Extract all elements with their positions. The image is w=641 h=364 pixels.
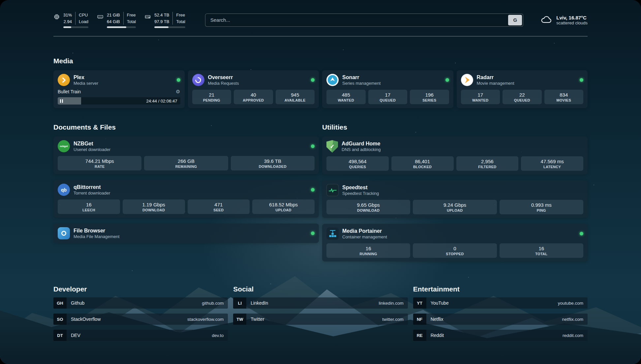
playback-progress-bar[interactable]: 24:44 / 02:06:47 <box>58 97 180 105</box>
app-subtitle: Movie management <box>477 81 514 86</box>
stat-upload: 9.24 GbpsUPLOAD <box>413 200 497 214</box>
section-documents: Documents & Files nzbget NZBGet Usenet d… <box>53 123 319 261</box>
app-card-plex[interactable]: Plex Media server Bullet Train ⚙ <box>53 70 185 108</box>
stat-available: 945AVAILABLE <box>276 90 315 104</box>
memory-total: 64 GiB <box>107 18 120 25</box>
section-title-utilities: Utilities <box>322 123 588 131</box>
playback-time: 24:44 / 02:06:47 <box>146 99 177 104</box>
youtube-badge-icon: YT <box>413 297 426 309</box>
storage-total: 97.9 TB <box>154 18 169 25</box>
stat-pending: 21PENDING <box>192 90 231 104</box>
nzbget-icon: nzbget <box>58 140 70 152</box>
stat-seed: 471SEED <box>188 199 250 214</box>
weather-widget: Lviv, 16.87°C scattered clouds <box>540 15 588 26</box>
stat-download: 9.65 GbpsDOWNLOAD <box>326 200 410 214</box>
reddit-badge-icon: RE <box>413 330 426 341</box>
storage-label-bottom: Total <box>176 18 185 25</box>
app-card-portainer[interactable]: Media Portainer Container management 16R… <box>322 224 588 261</box>
app-card-adguard[interactable]: ✓ AdGuard Home DNS and adblocking 498,56… <box>322 136 588 174</box>
app-card-nzbget[interactable]: nzbget NZBGet Usenet downloader 744.21 M… <box>53 136 319 174</box>
status-dot <box>311 188 315 192</box>
search-input[interactable] <box>206 17 508 23</box>
stat-queries: 498,564QUERIES <box>326 156 389 171</box>
netflix-badge-icon: NF <box>413 314 426 325</box>
cpu-load: 2.94 <box>64 18 72 25</box>
app-subtitle: Torrent downloader <box>74 191 110 196</box>
memory-icon <box>97 14 104 21</box>
app-subtitle: Media File Management <box>74 234 119 239</box>
link-linkedin[interactable]: LI LinkedIn linkedin.com <box>233 297 408 309</box>
filebrowser-icon <box>58 227 70 239</box>
linkedin-badge-icon: LI <box>233 297 246 309</box>
plex-icon <box>58 74 70 86</box>
link-twitter[interactable]: TW Twitter twitter.com <box>233 314 408 325</box>
app-title: File Browser <box>74 228 119 234</box>
portainer-icon <box>326 228 339 240</box>
stat-queued: 17QUEUED <box>368 90 408 104</box>
speedtest-icon <box>326 184 339 196</box>
memory-free: 21 GiB <box>107 12 120 18</box>
stat-wanted: 485WANTED <box>326 90 366 104</box>
storage-metric: 52.4 TB 97.9 TB Free Total <box>144 12 185 28</box>
stat-stopped: 0STOPPED <box>413 243 497 258</box>
weather-condition: scattered clouds <box>556 20 588 25</box>
storage-label-top: Free <box>176 12 185 18</box>
stat-leech: 16LEECH <box>58 199 120 214</box>
overseerr-icon <box>192 74 204 86</box>
search-bar: G <box>205 14 523 27</box>
link-dev[interactable]: DT DEV dev.to <box>53 330 228 341</box>
adguard-icon: ✓ <box>326 140 338 153</box>
app-card-radarr[interactable]: Radarr Movie management 17WANTED 22QUEUE… <box>457 70 588 108</box>
stat-running: 16RUNNING <box>326 243 410 258</box>
github-badge-icon: GH <box>53 297 67 309</box>
now-playing-title: Bullet Train <box>58 89 81 94</box>
stat-upload: 618.52 MbpsUPLOAD <box>252 199 315 214</box>
memory-metric: 21 GiB 64 GiB Free Total <box>97 12 136 28</box>
section-title-social: Social <box>233 285 408 293</box>
cpu-progress <box>63 26 88 28</box>
radarr-icon <box>461 74 473 86</box>
link-netflix[interactable]: NF Netflix netflix.com <box>413 314 588 325</box>
status-dot <box>311 144 315 148</box>
dev-badge-icon: DT <box>53 330 67 341</box>
link-youtube[interactable]: YT YouTube youtube.com <box>413 297 588 309</box>
storage-progress <box>154 26 185 28</box>
app-subtitle: Media server <box>74 81 98 86</box>
app-title: Media Portainer <box>342 228 387 234</box>
app-title: AdGuard Home <box>342 141 381 147</box>
stat-downloaded: 39.6 TBDOWNLOADED <box>231 156 315 170</box>
app-card-overseerr[interactable]: Overseerr Media Requests 21PENDING 40APP… <box>188 70 319 108</box>
app-title: Radarr <box>477 75 514 80</box>
search-engine-button[interactable]: G <box>508 15 522 25</box>
section-utilities: Utilities ✓ AdGuard Home DNS and adblock… <box>322 123 588 261</box>
stat-remaining: 266 GBREMAINING <box>144 156 228 170</box>
gear-icon[interactable]: ⚙ <box>176 89 180 95</box>
stat-queued: 22QUEUED <box>503 90 542 104</box>
cpu-label-top: CPU <box>79 12 88 18</box>
app-title: Sonarr <box>342 75 381 80</box>
status-dot <box>580 78 583 82</box>
status-dot <box>311 231 315 235</box>
app-title: NZBGet <box>74 141 110 147</box>
pause-icon[interactable] <box>60 99 63 103</box>
dashboard-screen: 31% 2.94 CPU Load <box>0 0 641 364</box>
link-reddit[interactable]: RE Reddit reddit.com <box>413 330 588 341</box>
app-title: Overseerr <box>208 75 239 80</box>
app-card-sonarr[interactable]: Sonarr Series management 485WANTED 17QUE… <box>322 70 453 108</box>
app-title: Plex <box>74 75 98 80</box>
app-card-filebrowser[interactable]: File Browser Media File Management <box>53 224 319 243</box>
stat-blocked: 86,401BLOCKED <box>391 156 454 171</box>
stat-total: 16TOTAL <box>500 243 583 258</box>
link-github[interactable]: GH Github github.com <box>53 297 228 309</box>
app-subtitle: Media Requests <box>208 81 239 86</box>
topbar: 31% 2.94 CPU Load <box>53 0 588 28</box>
stat-approved: 40APPROVED <box>234 90 273 104</box>
topbar-divider <box>53 36 588 37</box>
stat-latency: 47.569 msLATENCY <box>521 156 583 171</box>
memory-label-top: Free <box>127 12 136 18</box>
status-dot <box>311 78 315 82</box>
app-card-speedtest[interactable]: Speedtest Speedtest Tracking 9.65 GbpsDO… <box>322 180 588 218</box>
app-card-qbittorrent[interactable]: qb qBittorrent Torrent downloader 16LEEC… <box>53 180 319 218</box>
memory-progress <box>107 26 136 28</box>
link-stackoverflow[interactable]: SO StackOverflow stackoverflow.com <box>53 314 228 325</box>
